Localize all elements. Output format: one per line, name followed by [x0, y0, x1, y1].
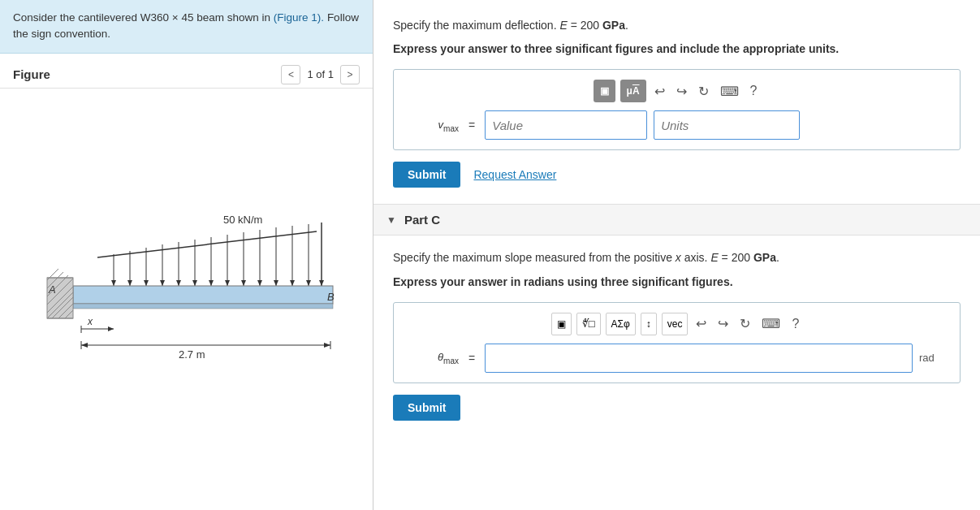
part-b-answer-box: ▣ μA ↩ ↪ ↻ ⌨ ? [393, 69, 961, 150]
keyboard-icon: ⌨ [720, 84, 739, 99]
figure-label: Figure [13, 67, 281, 81]
equals-sign-c: = [468, 352, 475, 365]
undo-button-c[interactable]: ↩ [693, 314, 710, 333]
part-c-answer-box: ▣ ∜□ ΑΣφ ↕ vec ↩ ↪ [393, 302, 961, 383]
svg-marker-22 [274, 280, 278, 286]
v-max-label: vmax [410, 119, 459, 133]
svg-marker-14 [209, 280, 214, 286]
radian-unit: rad [919, 352, 943, 364]
part-c-answer-input[interactable] [485, 344, 913, 373]
svg-marker-4 [127, 280, 132, 286]
diagram-container: 50 kN/m [0, 95, 373, 511]
matrix-icon-c: ▣ [557, 318, 566, 330]
distributed-load [97, 223, 324, 286]
refresh-button-c[interactable]: ↻ [736, 314, 753, 333]
svg-marker-26 [306, 280, 311, 286]
figure-navigation: < 1 of 1 > [281, 65, 360, 84]
redo-button[interactable]: ↪ [673, 82, 690, 101]
beam-body [73, 286, 333, 304]
part-c-label: Part C [404, 213, 440, 227]
figure-area: Figure < 1 of 1 > 50 kN/m [0, 54, 373, 511]
undo-icon-c: ↩ [696, 316, 706, 331]
undo-icon: ↩ [654, 84, 665, 99]
svg-marker-24 [290, 280, 295, 286]
figure-header: Figure < 1 of 1 > [0, 62, 373, 89]
value-input[interactable] [485, 110, 647, 140]
e-variable: E [559, 19, 567, 32]
help-button[interactable]: ? [747, 82, 761, 100]
toolbar-matrix-btn[interactable]: ▣ [594, 80, 615, 102]
part-c-toolbar: ▣ ∜□ ΑΣφ ↕ vec ↩ ↪ [404, 313, 950, 335]
part-c-instruction: Express your answer in radians using thr… [393, 274, 961, 291]
part-b-question: Specify the maximum deflection. E = 200 … [393, 16, 961, 188]
svg-marker-45 [324, 343, 330, 348]
point-a-label: A [48, 283, 56, 296]
figure-count: 1 of 1 [307, 68, 334, 80]
figure-link[interactable]: (Figure 1). [274, 11, 324, 24]
equals-sign: = [468, 119, 475, 132]
part-c-header: ▼ Part C [373, 204, 980, 236]
svg-marker-8 [160, 280, 165, 286]
help-button-c[interactable]: ? [788, 315, 802, 333]
collapse-arrow-icon[interactable]: ▼ [386, 214, 396, 226]
keyboard-button-c[interactable]: ⌨ [758, 314, 784, 333]
x-label: x [87, 316, 93, 327]
svg-marker-18 [241, 280, 246, 286]
redo-icon: ↪ [676, 84, 687, 99]
part-b-instruction: Express your answer to three significant… [393, 41, 961, 58]
keyboard-button[interactable]: ⌨ [717, 82, 742, 101]
part-b-text: Specify the maximum deflection. E = 200 … [393, 16, 961, 34]
refresh-icon: ↻ [698, 84, 709, 99]
request-answer-button[interactable]: Request Answer [473, 168, 556, 181]
mu-label: μA [627, 85, 640, 97]
vec-label: vec [667, 318, 683, 330]
refresh-icon-c: ↻ [740, 316, 750, 331]
help-icon: ? [750, 84, 758, 98]
greek-label: ΑΣφ [611, 318, 630, 330]
submit-button[interactable]: Submit [393, 162, 460, 188]
toolbar-c-arrows-btn[interactable]: ↕ [641, 313, 657, 335]
svg-marker-6 [144, 280, 149, 286]
right-panel: Specify the maximum deflection. E = 200 … [373, 0, 980, 510]
x-axis-label: x [676, 251, 681, 264]
problem-statement: Consider the cantilevered W360 × 45 beam… [0, 0, 373, 54]
toolbar-c-vec-btn[interactable]: vec [662, 313, 689, 335]
svg-marker-16 [225, 280, 230, 286]
toolbar-c-matrix-btn[interactable]: ▣ [551, 313, 572, 335]
svg-marker-44 [81, 343, 88, 348]
point-b-label: B [327, 291, 335, 303]
beam-flange [73, 304, 333, 309]
part-c-input-row: θmax = rad [404, 344, 950, 373]
nav-prev-button[interactable]: < [281, 65, 300, 84]
e-variable-c: E [710, 251, 718, 264]
help-icon-c: ? [792, 317, 799, 331]
load-label: 50 kN/m [223, 214, 262, 226]
toolbar-c-greek-btn[interactable]: ΑΣφ [606, 313, 636, 335]
redo-icon-c: ↪ [718, 316, 728, 331]
redo-button-c[interactable]: ↪ [714, 314, 732, 333]
svg-marker-28 [319, 280, 324, 286]
arrows-icon: ↕ [646, 318, 651, 330]
problem-text-1: Consider the cantilevered W360 × 45 beam… [13, 11, 270, 24]
svg-marker-40 [108, 326, 114, 331]
part-c-submit-button[interactable]: Submit [393, 395, 460, 421]
radical-icon: ∜□ [582, 318, 595, 330]
theta-max-label: θmax [410, 351, 459, 365]
units-input[interactable] [654, 110, 800, 140]
svg-marker-2 [111, 280, 116, 286]
toolbar-mu-btn[interactable]: μA [620, 80, 646, 102]
part-b-actions: Submit Request Answer [393, 162, 961, 188]
toolbar-c-radical-btn[interactable]: ∜□ [576, 313, 601, 335]
nav-next-button[interactable]: > [340, 65, 360, 84]
matrix-icon: ▣ [600, 85, 609, 97]
svg-marker-20 [257, 280, 262, 286]
svg-marker-12 [192, 280, 197, 286]
keyboard-icon-c: ⌨ [762, 316, 780, 331]
length-label: 2.7 m [179, 348, 205, 361]
undo-button[interactable]: ↩ [651, 82, 668, 101]
part-c-actions: Submit [393, 395, 961, 421]
refresh-button[interactable]: ↻ [695, 82, 712, 101]
part-b-toolbar: ▣ μA ↩ ↪ ↻ ⌨ ? [404, 80, 950, 102]
part-c-section: ▼ Part C Specify the maximum slope measu… [393, 204, 961, 420]
svg-marker-10 [176, 280, 181, 286]
